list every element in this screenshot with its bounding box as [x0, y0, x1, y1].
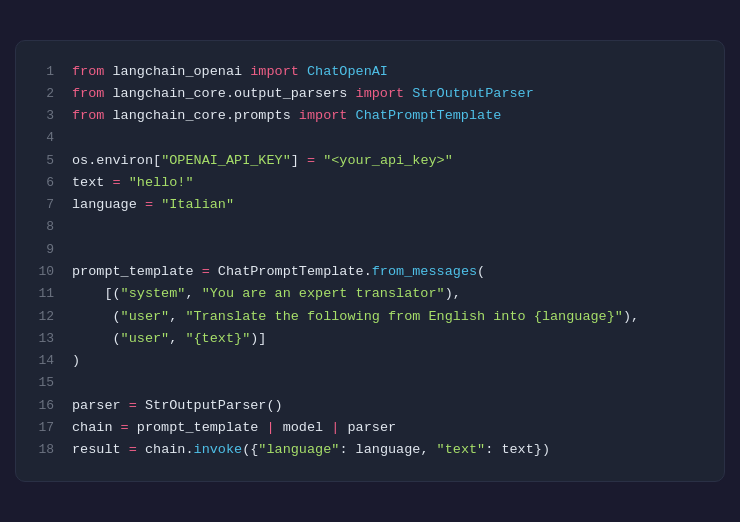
line-content [72, 127, 714, 149]
line-number: 13 [26, 328, 54, 349]
code-line: 1from langchain_openai import ChatOpenAI [26, 61, 714, 83]
token: "text" [437, 442, 486, 457]
token: = [202, 264, 210, 279]
line-number: 14 [26, 350, 54, 371]
token: parser [72, 398, 129, 413]
token: import [250, 64, 299, 79]
token: "hello!" [129, 175, 194, 190]
line-number: 10 [26, 261, 54, 282]
line-number: 8 [26, 216, 54, 237]
token: StrOutputParser [137, 398, 267, 413]
token: ( [477, 264, 485, 279]
code-line: 17chain = prompt_template | model | pars… [26, 417, 714, 439]
token [153, 197, 161, 212]
token: text [72, 175, 113, 190]
token: prompt_template [72, 264, 202, 279]
token: : language, [339, 442, 436, 457]
token: = [121, 420, 129, 435]
token: chain [72, 420, 121, 435]
token: ] [291, 153, 307, 168]
line-number: 9 [26, 239, 54, 260]
token: from_messages [372, 264, 477, 279]
line-number: 7 [26, 194, 54, 215]
token: language [72, 197, 145, 212]
line-number: 6 [26, 172, 54, 193]
token: ), [445, 286, 461, 301]
line-number: 4 [26, 127, 54, 148]
code-editor: 1from langchain_openai import ChatOpenAI… [15, 40, 725, 483]
token: prompt_template [129, 420, 267, 435]
token: parser [339, 420, 396, 435]
code-line: 6text = "hello!" [26, 172, 714, 194]
token: , [169, 331, 185, 346]
token: "{text}" [185, 331, 250, 346]
line-number: 1 [26, 61, 54, 82]
token [121, 175, 129, 190]
token: "language" [258, 442, 339, 457]
token: "OPENAI_API_KEY" [161, 153, 291, 168]
line-number: 15 [26, 372, 54, 393]
token: : text}) [485, 442, 550, 457]
line-content: [("system", "You are an expert translato… [72, 283, 714, 305]
line-number: 3 [26, 105, 54, 126]
token: ), [623, 309, 639, 324]
token: ) [72, 353, 80, 368]
code-line: 11 [("system", "You are an expert transl… [26, 283, 714, 305]
line-content: prompt_template = ChatPromptTemplate.fro… [72, 261, 714, 283]
code-line: 4 [26, 127, 714, 149]
line-content: parser = StrOutputParser() [72, 395, 714, 417]
token: ChatPromptTemplate. [210, 264, 372, 279]
token: ({ [242, 442, 258, 457]
line-content: language = "Italian" [72, 194, 714, 216]
token: StrOutputParser [404, 86, 534, 101]
token: langchain_core.prompts [104, 108, 298, 123]
line-content: from langchain_core.output_parsers impor… [72, 83, 714, 105]
token: "Translate the following from English in… [185, 309, 622, 324]
token: result [72, 442, 129, 457]
line-content: from langchain_core.prompts import ChatP… [72, 105, 714, 127]
token: = [113, 175, 121, 190]
line-number: 2 [26, 83, 54, 104]
token: , [169, 309, 185, 324]
line-content: result = chain.invoke({"language": langu… [72, 439, 714, 461]
line-number: 18 [26, 439, 54, 460]
line-content: from langchain_openai import ChatOpenAI [72, 61, 714, 83]
code-line: 8 [26, 216, 714, 238]
code-line: 13 ("user", "{text}")] [26, 328, 714, 350]
line-content: ("user", "{text}")] [72, 328, 714, 350]
line-content [72, 239, 714, 261]
line-number: 12 [26, 306, 54, 327]
token: , [185, 286, 201, 301]
line-number: 16 [26, 395, 54, 416]
token: = [307, 153, 315, 168]
line-content: ("user", "Translate the following from E… [72, 306, 714, 328]
line-content: os.environ["OPENAI_API_KEY"] = "<your_ap… [72, 150, 714, 172]
line-content: chain = prompt_template | model | parser [72, 417, 714, 439]
token: "Italian" [161, 197, 234, 212]
token [315, 153, 323, 168]
token: )] [250, 331, 266, 346]
token: = [145, 197, 153, 212]
token: import [356, 86, 405, 101]
token: "<your_api_key>" [323, 153, 453, 168]
line-number: 17 [26, 417, 54, 438]
line-content [72, 372, 714, 394]
token: = [129, 442, 137, 457]
token: "system" [121, 286, 186, 301]
token: () [266, 398, 282, 413]
token: ( [72, 331, 121, 346]
token: langchain_core.output_parsers [104, 86, 355, 101]
token: "user" [121, 309, 170, 324]
token: | [266, 420, 274, 435]
code-line: 14) [26, 350, 714, 372]
token: = [129, 398, 137, 413]
line-content [72, 216, 714, 238]
code-line: 10prompt_template = ChatPromptTemplate.f… [26, 261, 714, 283]
code-line: 2from langchain_core.output_parsers impo… [26, 83, 714, 105]
token: chain. [137, 442, 194, 457]
token: [( [72, 286, 121, 301]
token: os.environ [72, 153, 153, 168]
token: "You are an expert translator" [202, 286, 445, 301]
code-line: 3from langchain_core.prompts import Chat… [26, 105, 714, 127]
line-content: text = "hello!" [72, 172, 714, 194]
